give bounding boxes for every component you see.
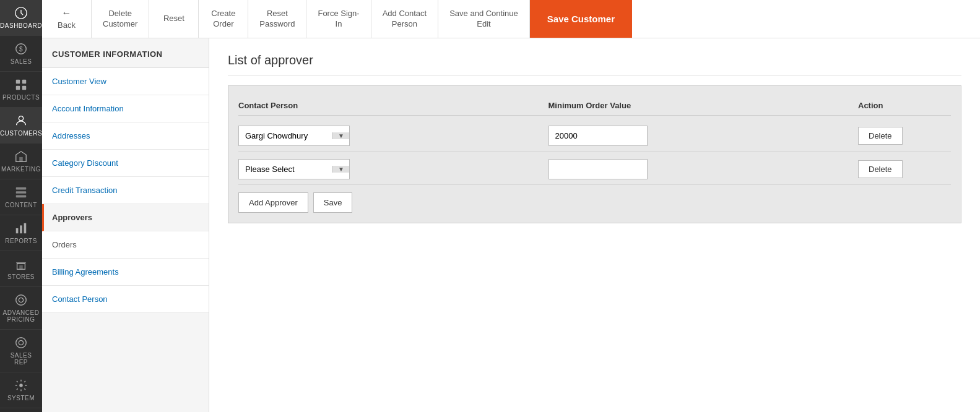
svg-rect-16 bbox=[19, 265, 23, 269]
contact-person-cell-1: Gargi Chowdhury ▼ bbox=[238, 126, 549, 146]
svg-rect-10 bbox=[16, 191, 27, 194]
sidebar-item-sales[interactable]: $ SALES bbox=[0, 36, 42, 72]
svg-point-18 bbox=[19, 298, 23, 302]
svg-text:$: $ bbox=[19, 46, 23, 53]
svg-rect-8 bbox=[19, 157, 23, 161]
table-header: Contact Person Minimum Order Value Actio… bbox=[238, 96, 951, 116]
right-panel: List of approver Contact Person Minimum … bbox=[209, 38, 980, 412]
svg-rect-5 bbox=[16, 86, 20, 90]
approver-table: Contact Person Minimum Order Value Actio… bbox=[228, 85, 961, 223]
min-order-input-2[interactable] bbox=[549, 159, 648, 179]
delete-customer-button[interactable]: DeleteCustomer bbox=[92, 0, 149, 38]
save-continue-button[interactable]: Save and ContinueEdit bbox=[438, 0, 530, 38]
contact-person-select-2[interactable]: Please Select bbox=[239, 160, 332, 179]
save-approver-button[interactable]: Save bbox=[313, 192, 353, 213]
left-panel-item-approvers[interactable]: Approvers bbox=[42, 204, 209, 231]
svg-rect-3 bbox=[16, 80, 20, 84]
sidebar: DASHBOARD $ SALES PRODUCTS CUSTOMERS MAR… bbox=[0, 0, 42, 412]
sidebar-item-reports[interactable]: REPORTS bbox=[0, 215, 42, 251]
select-arrow-icon-1[interactable]: ▼ bbox=[332, 132, 349, 139]
reset-button[interactable]: Reset bbox=[149, 0, 199, 38]
left-panel-item-credit-transaction[interactable]: Credit Transaction bbox=[42, 177, 209, 204]
min-order-input-1[interactable] bbox=[549, 126, 648, 146]
delete-button-2[interactable]: Delete bbox=[858, 160, 903, 178]
select-arrow-icon-2[interactable]: ▼ bbox=[332, 166, 349, 173]
col-min-order: Minimum Order Value bbox=[549, 101, 859, 110]
sidebar-item-system[interactable]: SYSTEM bbox=[0, 372, 42, 408]
back-icon: ← bbox=[62, 7, 72, 20]
action-cell-1: Delete bbox=[858, 127, 951, 145]
svg-point-7 bbox=[19, 116, 23, 121]
col-action: Action bbox=[858, 101, 951, 110]
svg-point-20 bbox=[19, 340, 23, 345]
save-customer-button[interactable]: Save Customer bbox=[530, 0, 632, 38]
sidebar-item-sales-rep[interactable]: SALES REP bbox=[0, 330, 42, 372]
sidebar-item-advanced-pricing[interactable]: ADVANCED PRICING bbox=[0, 287, 42, 330]
force-sign-in-button[interactable]: Force Sign-In bbox=[306, 0, 371, 38]
svg-rect-4 bbox=[22, 80, 26, 84]
left-panel-item-addresses[interactable]: Addresses bbox=[42, 122, 209, 150]
toolbar: ← Back DeleteCustomer Reset CreateOrder … bbox=[42, 0, 980, 38]
sidebar-item-customers[interactable]: CUSTOMERS bbox=[0, 108, 42, 144]
action-cell-2: Delete bbox=[858, 160, 951, 178]
create-order-button[interactable]: CreateOrder bbox=[199, 0, 248, 38]
col-contact-person: Contact Person bbox=[238, 101, 549, 110]
svg-rect-11 bbox=[16, 195, 27, 198]
svg-rect-13 bbox=[20, 225, 22, 233]
table-row: Gargi Chowdhury ▼ Delete bbox=[238, 121, 951, 152]
left-panel-item-account-information[interactable]: Account Information bbox=[42, 95, 209, 122]
contact-person-select-1[interactable]: Gargi Chowdhury bbox=[239, 126, 332, 145]
left-panel-item-billing-agreements[interactable]: Billing Agreements bbox=[42, 259, 209, 286]
left-panel-item-customer-view[interactable]: Customer View bbox=[42, 68, 209, 95]
back-button[interactable]: ← Back bbox=[42, 0, 92, 38]
contact-person-select-wrapper-1: Gargi Chowdhury ▼ bbox=[238, 126, 350, 146]
svg-rect-9 bbox=[16, 187, 27, 190]
sidebar-item-marketing[interactable]: MARKETING bbox=[0, 144, 42, 179]
svg-point-19 bbox=[16, 338, 27, 348]
sidebar-item-products[interactable]: PRODUCTS bbox=[0, 72, 42, 108]
sidebar-item-dashboard[interactable]: DASHBOARD bbox=[0, 0, 42, 36]
svg-rect-6 bbox=[22, 86, 26, 90]
svg-point-17 bbox=[16, 295, 27, 306]
approver-actions: Add Approver Save bbox=[238, 192, 951, 213]
table-row: Please Select ▼ Delete bbox=[238, 154, 951, 185]
svg-rect-14 bbox=[24, 223, 27, 234]
reset-password-button[interactable]: ResetPassword bbox=[248, 0, 306, 38]
contact-person-select-wrapper-2: Please Select ▼ bbox=[238, 159, 350, 179]
delete-button-1[interactable]: Delete bbox=[858, 127, 903, 145]
main-area: ← Back DeleteCustomer Reset CreateOrder … bbox=[42, 0, 980, 412]
min-order-cell-1 bbox=[549, 126, 859, 146]
contact-person-cell-2: Please Select ▼ bbox=[238, 159, 549, 179]
svg-point-21 bbox=[19, 384, 23, 387]
sidebar-item-content[interactable]: CONTENT bbox=[0, 179, 42, 215]
sidebar-item-stores[interactable]: STORES bbox=[0, 251, 42, 287]
left-panel-title: CUSTOMER INFORMATION bbox=[42, 38, 209, 68]
left-panel-item-category-discount[interactable]: Category Discount bbox=[42, 150, 209, 177]
left-panel: CUSTOMER INFORMATION Customer View Accou… bbox=[42, 38, 209, 412]
add-approver-button[interactable]: Add Approver bbox=[238, 192, 308, 213]
svg-rect-12 bbox=[16, 228, 19, 233]
left-panel-item-orders[interactable]: Orders bbox=[42, 231, 209, 259]
add-contact-person-button[interactable]: Add ContactPerson bbox=[371, 0, 439, 38]
section-title: List of approver bbox=[228, 53, 961, 75]
min-order-cell-2 bbox=[549, 159, 859, 179]
content-area: CUSTOMER INFORMATION Customer View Accou… bbox=[42, 38, 980, 412]
left-panel-item-contact-person[interactable]: Contact Person bbox=[42, 286, 209, 313]
